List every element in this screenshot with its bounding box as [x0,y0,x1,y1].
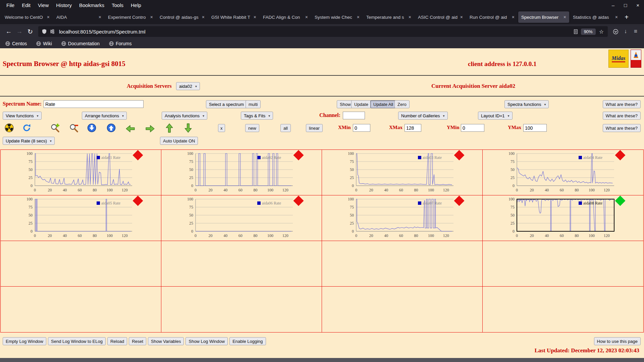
update-button[interactable]: Update [351,100,371,108]
menu-help[interactable]: Help [127,1,145,9]
spectrum-cell-aida02[interactable]: 0255075100020406080100120aida02 Rate [161,150,322,195]
tab-aida[interactable]: AIDA× [53,11,104,23]
spectrum-cell-aida01[interactable]: 0255075100020406080100120aida01 Rate [1,150,161,195]
spectrum-cell-aida03[interactable]: 0255075100020406080100120aida03 Rate [322,150,483,195]
url-text[interactable]: localhost:8015/Spectrum/Spectrum.tml [59,29,146,35]
multi-button[interactable]: multi [246,100,261,108]
tab-close-icon[interactable]: × [254,14,256,20]
empty-log-window-button[interactable]: Empty Log Window [3,337,46,345]
what-are-these-button[interactable]: What are these? [603,112,641,120]
spectrum-name-input[interactable] [44,100,144,108]
select-spectrum-dropdown[interactable]: Select a spectrum▾ [206,100,252,108]
how-to-use-button[interactable]: How to use this page [594,337,641,345]
maximize-icon[interactable]: □ [624,2,627,8]
number-of-galleries-dropdown[interactable]: Number of Galleries▾ [398,112,448,120]
move-left-icon[interactable] [125,124,136,134]
all-button[interactable]: all [280,124,291,132]
layout-id-dropdown[interactable]: Layout ID=1▾ [478,112,513,120]
auto-update-button[interactable]: Auto Update ON [160,137,198,145]
tab-close-icon[interactable]: × [564,14,566,20]
arrange-functions-dropdown[interactable]: Arrange functions▾ [82,112,127,120]
view-functions-dropdown[interactable]: View functions▾ [3,112,42,120]
analysis-functions-dropdown[interactable]: Analysis functions▾ [162,112,207,120]
spectra-functions-dropdown[interactable]: Spectra functions▾ [504,100,549,108]
menu-view[interactable]: View [34,1,52,9]
close-icon[interactable]: × [636,2,639,8]
tab-statistics[interactable]: Statistics @ aidas× [570,11,621,23]
tab-close-icon[interactable]: × [202,14,205,20]
linear-button[interactable]: linear [306,124,323,132]
move-right-icon[interactable] [145,124,155,134]
x-button[interactable]: x [218,124,225,132]
menu-icon[interactable]: ≡ [631,26,641,37]
tab-experiment-control[interactable]: Experiment Contro× [105,11,156,23]
url-bar[interactable]: localhost:8015/Spectrum/Spectrum.tml 90%… [38,26,608,37]
channel-input[interactable] [343,112,365,119]
scale-up-icon[interactable] [107,123,116,134]
new-tab-button[interactable]: + [621,12,632,22]
tab-temperature[interactable]: Temperature and s× [363,11,414,23]
bookmark-centos[interactable]: Centos [5,41,27,46]
tab-spectrum-browser[interactable]: Spectrum Browser× [518,11,569,23]
pocket-icon[interactable] [610,26,621,37]
forward-button[interactable]: → [14,26,25,37]
ymax-input[interactable] [523,124,547,132]
site-permissions-icon[interactable] [50,29,55,34]
tab-close-icon[interactable]: × [512,14,515,20]
radiation-icon[interactable] [5,123,14,134]
update-rate-dropdown[interactable]: Update Rate (8 secs)▾ [3,137,55,145]
show-variables-button[interactable]: Show Variables [148,337,184,345]
tab-system-wide-check[interactable]: System wide Chec× [312,11,363,23]
tab-close-icon[interactable]: × [99,14,101,20]
show-log-window-button[interactable]: Show Log Window [185,337,228,345]
tab-close-icon[interactable]: × [460,14,463,20]
tab-run-control[interactable]: Run Control @ aid× [467,11,518,23]
move-up-icon[interactable] [165,123,174,134]
what-are-these-button[interactable]: What are these? [603,100,641,108]
tab-close-icon[interactable]: × [47,14,50,20]
tab-control-aidas[interactable]: Control @ aidas-gs× [157,11,208,23]
reader-view-icon[interactable] [573,29,578,34]
spectrum-cell-aida07[interactable]: 0255075100020406080100120aida07 Rate [322,195,483,241]
bookmark-wiki[interactable]: Wiki [36,41,52,46]
update-all-button[interactable]: Update All [370,100,396,108]
reset-button[interactable]: Reset [129,337,146,345]
bookmark-star-icon[interactable]: ☆ [599,28,604,35]
zero-button[interactable]: Zero [394,100,410,108]
tags-fits-dropdown[interactable]: Tags & Fits▾ [241,112,273,120]
tab-close-icon[interactable]: × [357,14,360,20]
bookmark-forums[interactable]: Forums [109,41,131,46]
xmin-input[interactable] [353,124,370,132]
shield-icon[interactable] [42,29,47,34]
tab-close-icon[interactable]: × [615,14,618,20]
reload-page-button[interactable]: Reload [107,337,127,345]
tab-fadc-align[interactable]: FADC Align & Con× [260,11,311,23]
zoom-in-icon[interactable] [50,123,60,134]
ymin-input[interactable] [461,124,484,132]
acquisition-server-select[interactable]: aida02▾ [176,82,200,90]
tab-asic-control[interactable]: ASIC Control @ aid× [415,11,466,23]
new-button[interactable]: new [245,124,259,132]
tab-close-icon[interactable]: × [150,14,153,20]
tab-close-icon[interactable]: × [305,14,308,20]
menu-tools[interactable]: Tools [108,1,127,9]
back-button[interactable]: ← [3,26,14,37]
menu-edit[interactable]: Edit [18,1,34,9]
tab-welcome-centos[interactable]: Welcome to CentO× [2,11,53,23]
bookmark-documentation[interactable]: Documentation [61,41,100,46]
refresh-icon[interactable] [22,123,31,134]
scale-down-icon[interactable] [87,123,96,134]
menu-history[interactable]: History [52,1,75,9]
spectrum-cell-aida06[interactable]: 0255075100020406080100120aida06 Rate [161,195,322,241]
menu-file[interactable]: File [3,1,18,9]
reload-button[interactable]: ↻ [25,26,36,37]
minimize-icon[interactable]: – [612,2,614,8]
xmax-input[interactable] [405,124,421,132]
spectrum-cell-aida04[interactable]: 0255075100020406080100120aida04 Rate [483,150,643,195]
what-are-these-button[interactable]: What are these? [603,124,641,132]
download-icon[interactable]: ↓ [621,26,631,37]
send-log-to-elog-button[interactable]: Send Log Window to ELog [48,337,106,345]
move-down-icon[interactable] [184,123,193,134]
tab-close-icon[interactable]: × [409,14,411,20]
tab-gsi-white-rabbit[interactable]: GSI White Rabbit T× [208,11,259,23]
